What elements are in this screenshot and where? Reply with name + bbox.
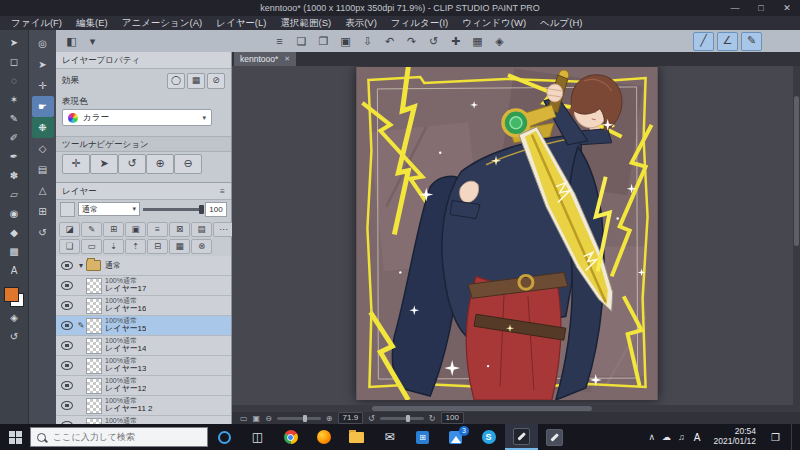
blend-mode-select[interactable]: 通常 ▾ bbox=[78, 202, 140, 216]
color-swatches[interactable] bbox=[3, 286, 25, 308]
vertical-scrollbar[interactable] bbox=[793, 66, 800, 412]
gradient-tool-icon[interactable]: ▩ bbox=[3, 242, 25, 261]
fit-view-icon[interactable]: ▭ bbox=[240, 414, 248, 423]
layer-row[interactable]: 100%通常レイヤー12 bbox=[56, 376, 231, 396]
redo-icon[interactable]: ↷ bbox=[402, 33, 421, 50]
document-tab[interactable]: kenntooo* ✕ bbox=[234, 52, 296, 66]
zoom-out-icon[interactable]: ⊖ bbox=[265, 414, 272, 423]
eraser-tool-icon[interactable]: ▱ bbox=[3, 185, 25, 204]
layer-panel-menu-icon[interactable]: ≡ bbox=[220, 183, 225, 199]
actual-size-icon[interactable]: ▣ bbox=[253, 414, 261, 423]
zoom-subtool-icon[interactable]: ◎ bbox=[32, 33, 54, 54]
visibility-eye-icon[interactable] bbox=[61, 381, 73, 390]
grid-icon[interactable]: ▦ bbox=[468, 33, 487, 50]
taskbar-chrome[interactable] bbox=[274, 424, 307, 450]
text-tool-icon[interactable]: A bbox=[3, 261, 25, 280]
taskbar-mail[interactable]: ✉ bbox=[373, 424, 406, 450]
visibility-eye-icon[interactable] bbox=[61, 361, 73, 370]
taskbar-clock[interactable]: 20:54 2021/01/12 bbox=[709, 427, 760, 447]
snap-icon[interactable]: ◈ bbox=[490, 33, 509, 50]
minimize-button[interactable]: — bbox=[722, 0, 748, 16]
taskbar-explorer[interactable] bbox=[340, 424, 373, 450]
nav-select-icon[interactable]: ➤ bbox=[90, 154, 118, 174]
rotate-view-icon[interactable]: ↺ bbox=[424, 33, 443, 50]
taskbar-firefox[interactable] bbox=[307, 424, 340, 450]
transfer-down-icon[interactable]: ⇣ bbox=[103, 239, 124, 254]
save-icon[interactable]: ▣ bbox=[336, 33, 355, 50]
main-menu-icon[interactable]: ≡ bbox=[270, 33, 289, 50]
menu-view[interactable]: 表示(V) bbox=[338, 17, 384, 30]
export-icon[interactable]: ⇩ bbox=[358, 33, 377, 50]
border-effect-icon[interactable]: ◯ bbox=[167, 73, 185, 89]
start-button[interactable] bbox=[0, 424, 30, 450]
opacity-slider[interactable] bbox=[143, 208, 202, 211]
onedrive-cloud-icon[interactable]: ☁ bbox=[662, 432, 671, 442]
merge-up-icon[interactable]: ⇡ bbox=[125, 239, 146, 254]
visibility-eye-icon[interactable] bbox=[61, 301, 73, 310]
folder-expander-icon[interactable]: ▾ bbox=[76, 261, 86, 270]
angle-tool-icon[interactable]: ∠ bbox=[717, 32, 738, 51]
ime-mode-indicator[interactable]: A bbox=[692, 432, 703, 443]
visibility-eye-icon[interactable] bbox=[61, 261, 73, 270]
merge-layer-icon[interactable]: ⊟ bbox=[147, 239, 168, 254]
pencil-tool-icon[interactable]: ✐ bbox=[3, 128, 25, 147]
layer-row[interactable]: 100%通常レイヤー13 bbox=[56, 356, 231, 376]
menu-help[interactable]: ヘルプ(H) bbox=[533, 17, 589, 30]
new-folder-icon[interactable]: ▭ bbox=[81, 239, 102, 254]
lock-layer-icon[interactable]: ⊞ bbox=[103, 222, 124, 237]
zoom-in-icon[interactable]: ⊕ bbox=[326, 414, 333, 423]
line-tool-icon[interactable]: ╱ bbox=[693, 32, 714, 51]
open-file-icon[interactable]: ❐ bbox=[314, 33, 333, 50]
nav-zoom-in-icon[interactable]: ⊕ bbox=[146, 154, 174, 174]
undo-icon[interactable]: ↶ bbox=[380, 33, 399, 50]
palette-option-icon[interactable] bbox=[60, 202, 75, 217]
layer-row-selected[interactable]: ✎ 100%通常レイヤー15 bbox=[56, 316, 231, 336]
history-subtool-icon[interactable]: ↺ bbox=[32, 222, 54, 243]
lasso-tool-icon[interactable]: ◌ bbox=[3, 71, 25, 90]
layer-mask-icon[interactable]: ▤ bbox=[191, 222, 212, 237]
layer-row[interactable]: 100%通常レイヤー16 bbox=[56, 296, 231, 316]
brush-tool-icon[interactable]: ✒ bbox=[3, 147, 25, 166]
airbrush-tool-icon[interactable]: ✽ bbox=[3, 166, 25, 185]
menu-window[interactable]: ウィンドウ(W) bbox=[455, 17, 533, 30]
visibility-eye-icon[interactable] bbox=[61, 281, 73, 290]
canvas-area[interactable] bbox=[232, 66, 800, 412]
pen-tool-icon[interactable]: ✎ bbox=[741, 32, 762, 51]
panel-dock-icon[interactable]: ◧ bbox=[62, 33, 81, 50]
rotation-slider[interactable] bbox=[380, 417, 424, 420]
expression-color-select[interactable]: カラー ▾ bbox=[62, 109, 212, 126]
zoom-slider[interactable] bbox=[277, 417, 321, 420]
volume-icon[interactable]: ♫ bbox=[678, 432, 685, 442]
frame-subtool-icon[interactable]: ⊞ bbox=[32, 201, 54, 222]
move-subtool-icon[interactable]: ➤ bbox=[32, 54, 54, 75]
paint-subtool-icon[interactable]: ❉ bbox=[32, 117, 54, 138]
tone-effect-icon[interactable]: ▦ bbox=[187, 73, 205, 89]
taskbar-clip-studio-active[interactable] bbox=[505, 424, 538, 450]
blend-tool-icon[interactable]: ◉ bbox=[3, 204, 25, 223]
switch-color-icon[interactable]: ↺ bbox=[3, 327, 25, 346]
tray-expand-icon[interactable]: ∧ bbox=[648, 432, 655, 442]
mask-icon[interactable]: ▦ bbox=[169, 239, 190, 254]
menu-selection[interactable]: 選択範囲(S) bbox=[273, 17, 338, 30]
reference-layer-icon[interactable]: ≡ bbox=[147, 222, 168, 237]
object-tool-icon[interactable]: ➤ bbox=[3, 33, 25, 52]
main-color-swatch[interactable] bbox=[4, 287, 19, 302]
new-layer-icon[interactable]: ❏ bbox=[59, 239, 80, 254]
action-center-icon[interactable]: ❐ bbox=[767, 432, 784, 443]
draft-layer-icon[interactable]: ⊠ bbox=[169, 222, 190, 237]
horizontal-scrollbar[interactable] bbox=[232, 405, 793, 412]
visibility-eye-icon[interactable] bbox=[61, 401, 73, 410]
menu-file[interactable]: ファイル(F) bbox=[4, 17, 69, 30]
task-view-button[interactable]: ◫ bbox=[241, 424, 274, 450]
nav-rotate-icon[interactable]: ↺ bbox=[118, 154, 146, 174]
rotate-left-icon[interactable]: ↺ bbox=[368, 414, 375, 423]
maximize-button[interactable]: □ bbox=[748, 0, 774, 16]
menu-layer[interactable]: レイヤー(L) bbox=[209, 17, 273, 30]
layer-row[interactable]: 100%通常レイヤー11 bbox=[56, 416, 231, 424]
figure-subtool-icon[interactable]: △ bbox=[32, 180, 54, 201]
tone-subtool-icon[interactable]: ▤ bbox=[32, 159, 54, 180]
new-file-icon[interactable]: ❏ bbox=[292, 33, 311, 50]
close-button[interactable]: ✕ bbox=[774, 0, 800, 16]
add-icon[interactable]: ✚ bbox=[446, 33, 465, 50]
cortana-button[interactable] bbox=[208, 424, 241, 450]
